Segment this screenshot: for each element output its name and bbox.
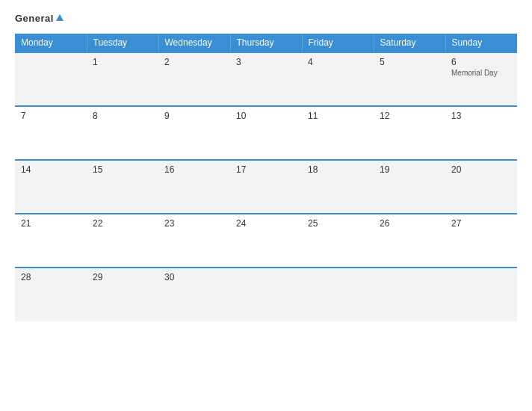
logo-general-text: General <box>15 13 64 23</box>
calendar-cell: 2 <box>158 52 230 106</box>
weekday-header: Thursday <box>230 34 302 52</box>
day-number: 30 <box>164 272 224 282</box>
calendar-cell: 20 <box>445 160 517 214</box>
calendar-cell: 6Memorial Day <box>445 52 517 106</box>
day-number: 20 <box>451 164 511 175</box>
day-number: 15 <box>93 164 152 175</box>
weekday-header: Saturday <box>374 34 445 52</box>
calendar-cell: 3 <box>230 52 302 106</box>
logo: General <box>15 13 64 23</box>
calendar-cell: 21 <box>15 214 87 268</box>
weekday-header: Wednesday <box>158 34 230 52</box>
calendar-cell: 29 <box>87 268 158 321</box>
day-number: 8 <box>93 111 152 121</box>
calendar-cell: 25 <box>302 214 374 268</box>
calendar-cell: 10 <box>230 106 302 160</box>
day-number: 2 <box>164 57 224 67</box>
calendar-cell: 19 <box>374 160 445 214</box>
day-number: 27 <box>451 218 511 229</box>
calendar-cell: 14 <box>15 160 87 214</box>
day-number: 26 <box>380 218 439 229</box>
calendar-cell: 8 <box>87 106 158 160</box>
calendar-header: MondayTuesdayWednesdayThursdayFridaySatu… <box>15 34 517 52</box>
day-number: 12 <box>380 111 439 121</box>
calendar-cell: 30 <box>158 268 230 321</box>
calendar-cell: 9 <box>158 106 230 160</box>
day-number: 13 <box>451 111 511 121</box>
header: General <box>15 13 517 23</box>
day-number: 17 <box>236 164 296 175</box>
calendar-cell <box>302 268 374 321</box>
calendar-cell <box>230 268 302 321</box>
day-number: 11 <box>308 111 368 121</box>
calendar-cell <box>15 52 87 106</box>
calendar-cell: 4 <box>302 52 374 106</box>
calendar-week-row: 123456Memorial Day <box>15 52 517 106</box>
day-number: 18 <box>308 164 368 175</box>
day-number: 22 <box>93 218 152 229</box>
day-number: 3 <box>236 57 296 67</box>
day-number: 10 <box>236 111 296 121</box>
calendar-cell: 5 <box>374 52 445 106</box>
calendar-cell: 17 <box>230 160 302 214</box>
logo-triangle-icon <box>56 14 64 21</box>
calendar-cell: 16 <box>158 160 230 214</box>
calendar-week-row: 14151617181920 <box>15 160 517 214</box>
calendar-body: 123456Memorial Day7891011121314151617181… <box>15 52 517 321</box>
calendar-cell: 24 <box>230 214 302 268</box>
calendar-cell: 26 <box>374 214 445 268</box>
calendar-cell: 7 <box>15 106 87 160</box>
calendar-week-row: 21222324252627 <box>15 214 517 268</box>
calendar-cell: 27 <box>445 214 517 268</box>
weekday-header: Tuesday <box>87 34 158 52</box>
holiday-label: Memorial Day <box>451 69 511 77</box>
calendar-week-row: 282930 <box>15 268 517 321</box>
calendar-table: MondayTuesdayWednesdayThursdayFridaySatu… <box>15 34 517 321</box>
day-number: 14 <box>21 164 81 175</box>
calendar-page: General MondayTuesdayWednesdayThursdayFr… <box>0 0 532 411</box>
day-number: 29 <box>93 272 152 282</box>
calendar-cell: 13 <box>445 106 517 160</box>
day-number: 23 <box>164 218 224 229</box>
day-number: 19 <box>380 164 439 175</box>
day-number: 5 <box>380 57 439 67</box>
calendar-cell <box>374 268 445 321</box>
weekday-header: Friday <box>302 34 374 52</box>
calendar-cell: 11 <box>302 106 374 160</box>
calendar-cell: 28 <box>15 268 87 321</box>
calendar-cell: 15 <box>87 160 158 214</box>
day-number: 6 <box>451 57 511 67</box>
day-number: 28 <box>21 272 81 282</box>
day-number: 4 <box>308 57 368 67</box>
day-number: 1 <box>93 57 152 67</box>
calendar-cell: 23 <box>158 214 230 268</box>
calendar-cell: 1 <box>87 52 158 106</box>
day-number: 7 <box>21 111 81 121</box>
day-number: 24 <box>236 218 296 229</box>
calendar-cell: 22 <box>87 214 158 268</box>
day-number: 9 <box>164 111 224 121</box>
weekday-row: MondayTuesdayWednesdayThursdayFridaySatu… <box>15 34 517 52</box>
day-number: 25 <box>308 218 368 229</box>
weekday-header: Monday <box>15 34 87 52</box>
calendar-cell <box>445 268 517 321</box>
day-number: 16 <box>164 164 224 175</box>
calendar-cell: 12 <box>374 106 445 160</box>
calendar-cell: 18 <box>302 160 374 214</box>
weekday-header: Sunday <box>445 34 517 52</box>
calendar-week-row: 78910111213 <box>15 106 517 160</box>
day-number: 21 <box>21 218 81 229</box>
